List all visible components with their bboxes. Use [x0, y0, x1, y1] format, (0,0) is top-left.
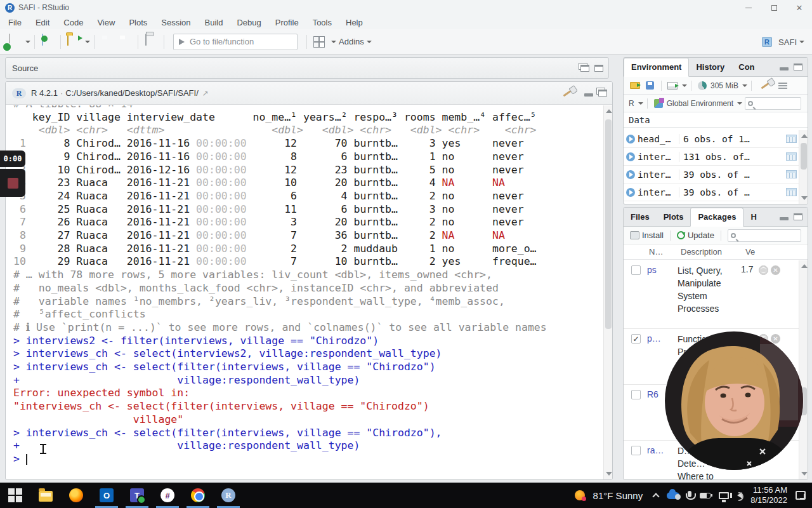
scroll-down-icon[interactable] [606, 472, 612, 476]
project-button[interactable]: R SAFI [762, 29, 804, 55]
expand-icon[interactable] [626, 135, 635, 144]
new-project-icon[interactable] [40, 34, 55, 50]
maximize-button[interactable] [761, 0, 787, 15]
weather-icon[interactable] [575, 490, 585, 500]
pkg-tab-files[interactable]: Files [624, 208, 657, 226]
scroll-up-icon[interactable] [801, 134, 808, 138]
addins-button[interactable]: Addins [339, 37, 364, 46]
menu-build[interactable]: Build [198, 18, 230, 27]
clock[interactable]: 11:56 AM 8/15/2022 [750, 485, 787, 505]
print-icon[interactable] [143, 34, 159, 50]
menu-tools[interactable]: Tools [306, 18, 339, 27]
console-scrollbar[interactable] [603, 105, 612, 479]
scroll-up-icon[interactable] [606, 109, 612, 113]
console-output[interactable]: # A tibble: 88 × 14 key_ID village inter… [6, 105, 603, 479]
update-button[interactable]: Update [674, 231, 717, 240]
menu-debug[interactable]: Debug [230, 18, 268, 27]
volume-icon[interactable] [737, 492, 742, 498]
memory-usage[interactable]: 305 MiB [710, 81, 738, 90]
source-maximize-icon[interactable] [594, 65, 603, 72]
menu-session[interactable]: Session [154, 18, 197, 27]
taskbar-teams[interactable]: T [122, 483, 152, 508]
package-remove-icon[interactable] [771, 265, 780, 275]
pane-layout-icon[interactable] [312, 34, 327, 50]
menu-plots[interactable]: Plots [122, 18, 154, 27]
taskbar-slack[interactable]: # [152, 483, 183, 508]
pkg-tab-plots[interactable]: Plots [657, 208, 691, 226]
package-checkbox[interactable] [631, 390, 641, 399]
microphone-icon[interactable] [688, 491, 691, 497]
scroll-down-icon[interactable] [801, 472, 808, 476]
addins-caret-icon[interactable] [367, 41, 372, 43]
taskbar-firefox[interactable] [61, 483, 91, 508]
import-caret-icon[interactable] [682, 84, 687, 87]
minimize-button[interactable] [736, 0, 761, 15]
new-file-icon[interactable] [6, 34, 22, 50]
onedrive-icon[interactable] [667, 492, 679, 499]
source-windows-icon[interactable] [580, 65, 589, 72]
install-button[interactable]: Install [627, 231, 666, 240]
menu-view[interactable]: View [90, 18, 122, 27]
memory-caret-icon[interactable] [742, 84, 747, 87]
package-remove-icon[interactable] [771, 334, 780, 344]
packages-search-box[interactable] [728, 229, 801, 242]
console-minimize-icon[interactable] [584, 93, 593, 97]
scroll-up-icon[interactable] [801, 264, 808, 268]
taskbar-explorer[interactable] [30, 483, 61, 508]
action-center-icon[interactable] [796, 491, 806, 500]
environment-object-row[interactable]: inter…39 obs. of … [624, 184, 799, 201]
scroll-thumb[interactable] [605, 119, 612, 329]
taskbar-rstudio[interactable]: R [213, 483, 244, 508]
pkg-tab-packages[interactable]: Packages [690, 208, 743, 227]
view-table-icon[interactable] [786, 170, 797, 178]
environment-object-row[interactable]: inter…39 obs. of … [624, 166, 799, 184]
expand-icon[interactable] [626, 152, 635, 161]
hidden-icons-chevron-icon[interactable] [652, 493, 659, 500]
battery-icon[interactable] [700, 493, 710, 498]
view-table-icon[interactable] [786, 188, 797, 196]
expand-icon[interactable] [626, 188, 635, 197]
env-maximize-icon[interactable] [794, 64, 802, 70]
language-caret-icon[interactable] [638, 102, 643, 105]
open-file-icon[interactable] [66, 34, 81, 50]
new-file-caret-icon[interactable] [25, 41, 30, 43]
network-icon[interactable] [719, 492, 729, 499]
package-name-link[interactable]: ps [647, 264, 678, 324]
working-directory[interactable]: C:/Users/kaned/Desktop/SAFI/SAFI/ [65, 88, 199, 98]
pane-layout-caret-icon[interactable] [331, 41, 336, 43]
environment-object-row[interactable]: head_…6 obs. of 1… [624, 130, 799, 148]
recorder-stop-button[interactable] [0, 169, 25, 197]
env-tab-environment[interactable]: Environment [624, 58, 689, 77]
env-tab-history[interactable]: History [689, 58, 731, 76]
environment-scrollbar[interactable] [799, 130, 808, 204]
packages-scrollbar[interactable] [799, 260, 808, 479]
env-tab-con[interactable]: Con [731, 58, 761, 76]
pkg-tab-h[interactable]: H [743, 208, 763, 226]
package-checkbox[interactable]: ✓ [631, 334, 641, 344]
package-website-icon[interactable] [759, 265, 768, 275]
menu-profile[interactable]: Profile [268, 18, 306, 27]
import-dataset-icon[interactable] [667, 82, 678, 90]
package-name-link[interactable]: ra… [647, 444, 678, 480]
console-maximize-icon[interactable] [598, 90, 607, 97]
pkg-maximize-icon[interactable] [794, 213, 802, 220]
taskbar-start[interactable] [0, 483, 30, 508]
expand-icon[interactable] [626, 170, 635, 179]
weather-text[interactable]: 81°F Sunny [593, 490, 643, 501]
close-button[interactable]: ✕ [787, 0, 812, 15]
package-checkbox[interactable] [631, 265, 641, 275]
environment-object-row[interactable]: inter…131 obs. of… [624, 148, 799, 166]
view-table-icon[interactable] [786, 152, 797, 161]
language-selector[interactable]: R [629, 99, 634, 108]
clear-console-icon[interactable] [563, 90, 573, 97]
taskbar-chrome[interactable] [183, 483, 213, 508]
taskbar-outlook[interactable]: O [91, 483, 122, 508]
scroll-thumb[interactable] [801, 143, 807, 170]
goto-file-box[interactable] [173, 34, 298, 50]
open-file-caret-icon[interactable] [85, 41, 90, 43]
menu-edit[interactable]: Edit [29, 18, 56, 27]
clear-environment-icon[interactable] [761, 82, 771, 90]
load-workspace-icon[interactable] [630, 82, 640, 89]
scope-caret-icon[interactable] [737, 102, 742, 105]
menu-file[interactable]: File [1, 18, 29, 27]
